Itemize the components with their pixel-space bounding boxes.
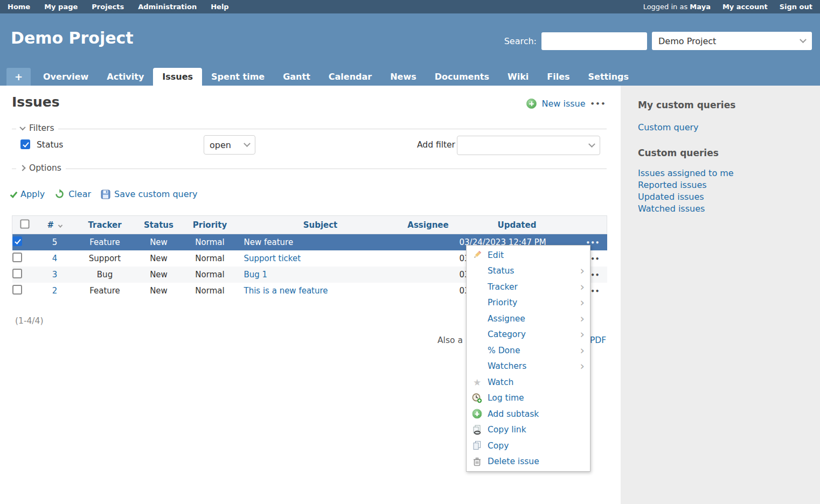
column-header-updated[interactable]: Updated — [455, 216, 579, 234]
status-operator-select[interactable]: open — [204, 135, 255, 155]
copy-link-icon — [471, 425, 483, 435]
issue-assignee-cell — [401, 250, 455, 267]
row-checkbox[interactable] — [12, 285, 22, 295]
select-all-checkbox[interactable] — [20, 219, 29, 228]
tab-files[interactable]: Files — [538, 68, 579, 86]
pdf-export-link[interactable]: PDF — [590, 335, 606, 345]
context-menu-label: Watchers — [488, 361, 580, 371]
context-menu-label: Priority — [488, 298, 580, 307]
context-menu-item-category[interactable]: Category› — [467, 327, 590, 343]
row-checkbox[interactable] — [12, 269, 22, 278]
tab-spent-time[interactable]: Spent time — [202, 68, 274, 86]
tab-calendar[interactable]: Calendar — [319, 68, 381, 86]
issue-id-link[interactable]: 2 — [52, 286, 58, 296]
issue-subject-link[interactable]: New feature — [244, 237, 294, 247]
tab-gantt[interactable]: Gantt — [274, 68, 319, 86]
context-menu-item-priority[interactable]: Priority› — [467, 295, 590, 311]
save-custom-query-button[interactable]: Save custom query — [101, 189, 198, 199]
row-checkbox[interactable] — [12, 253, 22, 262]
column-header-assignee[interactable]: Assignee — [401, 216, 455, 234]
tab-issues[interactable]: Issues — [153, 68, 202, 86]
chevron-down-icon — [588, 141, 595, 148]
issue-assignee-cell — [401, 267, 455, 283]
issue-id-link[interactable]: 3 — [52, 270, 58, 279]
issue-subject-link[interactable]: Bug 1 — [244, 270, 268, 279]
column-header-priority[interactable]: Priority — [180, 216, 240, 234]
project-header: Demo Project Search: Demo Project + Over… — [0, 13, 820, 86]
context-menu-item-add-subtask[interactable]: Add subtask — [467, 406, 590, 422]
issue-subject-link[interactable]: Support ticket — [244, 254, 301, 263]
issue-subject-link[interactable]: This is a new feature — [244, 286, 328, 296]
add-filter-select[interactable] — [457, 136, 600, 155]
tab-activity[interactable]: Activity — [98, 68, 153, 86]
top-menu-home[interactable]: Home — [8, 3, 30, 11]
context-menu-item-edit[interactable]: Edit — [467, 247, 590, 263]
context-menu-label: Status — [488, 266, 580, 276]
row-checkbox[interactable] — [12, 236, 22, 246]
context-menu-item-watchers[interactable]: Watchers› — [467, 359, 590, 375]
context-menu-item--done[interactable]: % Done› — [467, 342, 590, 359]
context-menu-item-assignee[interactable]: Assignee› — [467, 311, 590, 327]
context-menu-item-watch[interactable]: ★Watch — [467, 374, 590, 390]
pencil-icon — [471, 250, 483, 260]
search-label: Search: — [504, 36, 537, 46]
top-menu-left: HomeMy pageProjectsAdministrationHelp — [8, 3, 229, 11]
top-menu-my-page[interactable]: My page — [44, 3, 78, 11]
column-header-subject[interactable]: Subject — [240, 216, 401, 234]
issue-priority-cell: Normal — [180, 267, 240, 283]
new-issue-button[interactable]: New issue — [541, 99, 585, 109]
issue-id-link[interactable]: 5 — [52, 237, 58, 247]
context-menu-item-delete-issue[interactable]: Delete issue — [467, 454, 590, 470]
context-menu-label: Tracker — [488, 282, 580, 292]
sidebar-query-issues-assigned-to-me[interactable]: Issues assigned to me — [638, 167, 815, 179]
context-menu-item-log-time[interactable]: Log time — [467, 390, 590, 407]
column-header-id[interactable]: # — [37, 216, 73, 234]
log-time-icon — [471, 393, 483, 403]
page-actions-button[interactable]: ••• — [590, 100, 606, 108]
sidebar-query-custom-query[interactable]: Custom query — [638, 122, 815, 134]
trash-icon — [471, 457, 483, 467]
top-menu-help[interactable]: Help — [211, 3, 228, 11]
filters-toggle[interactable]: Filters — [16, 123, 58, 133]
top-menu-sign-out[interactable]: Sign out — [780, 3, 812, 11]
search-input[interactable] — [541, 32, 647, 50]
add-filter-label: Add filter — [377, 140, 455, 150]
my-custom-queries-title: My custom queries — [638, 100, 815, 110]
column-header-status[interactable]: Status — [137, 216, 180, 234]
top-menu-administration[interactable]: Administration — [138, 3, 197, 11]
top-menu-projects[interactable]: Projects — [92, 3, 124, 11]
sidebar-query-reported-issues[interactable]: Reported issues — [638, 179, 815, 191]
context-menu-item-copy-link[interactable]: Copy link — [467, 422, 590, 438]
clear-button[interactable]: Clear — [54, 189, 91, 199]
issue-id-link[interactable]: 4 — [52, 254, 58, 263]
tab-documents[interactable]: Documents — [426, 68, 498, 86]
status-filter-checkbox[interactable] — [20, 139, 30, 149]
sort-desc-icon — [58, 223, 62, 227]
tab-overview[interactable]: Overview — [34, 68, 98, 86]
user-name: Maya — [690, 3, 711, 11]
tab-wiki[interactable]: Wiki — [498, 68, 538, 86]
pagination-info: (1-4/4) — [15, 316, 44, 326]
sidebar-query-watched-issues[interactable]: Watched issues — [638, 203, 815, 215]
context-menu-item-copy[interactable]: Copy — [467, 438, 590, 454]
issue-tracker-cell: Feature — [73, 234, 137, 250]
submenu-arrow-icon: › — [580, 265, 585, 276]
tab-news[interactable]: News — [381, 68, 426, 86]
column-header-tracker[interactable]: Tracker — [73, 216, 137, 234]
context-menu-label: Assignee — [488, 314, 580, 324]
status-filter-label: Status — [37, 140, 63, 150]
context-menu-item-status[interactable]: Status› — [467, 263, 590, 279]
context-menu-item-tracker[interactable]: Tracker› — [467, 279, 590, 295]
add-tab-button[interactable]: + — [6, 68, 31, 86]
apply-button[interactable]: Apply — [12, 189, 45, 199]
issue-priority-cell: Normal — [180, 250, 240, 267]
context-menu-label: Copy link — [488, 425, 585, 435]
project-jump-select[interactable]: Demo Project — [652, 32, 812, 50]
context-menu-label: Watch — [488, 377, 585, 387]
tab-settings[interactable]: Settings — [579, 68, 638, 86]
top-menu-my-account[interactable]: My account — [722, 3, 768, 11]
context-menu-label: Log time — [488, 393, 585, 403]
sidebar-query-updated-issues[interactable]: Updated issues — [638, 191, 815, 203]
table-header-row: # Tracker Status Priority Subject Assign… — [12, 216, 607, 234]
options-toggle[interactable]: Options — [16, 163, 66, 173]
